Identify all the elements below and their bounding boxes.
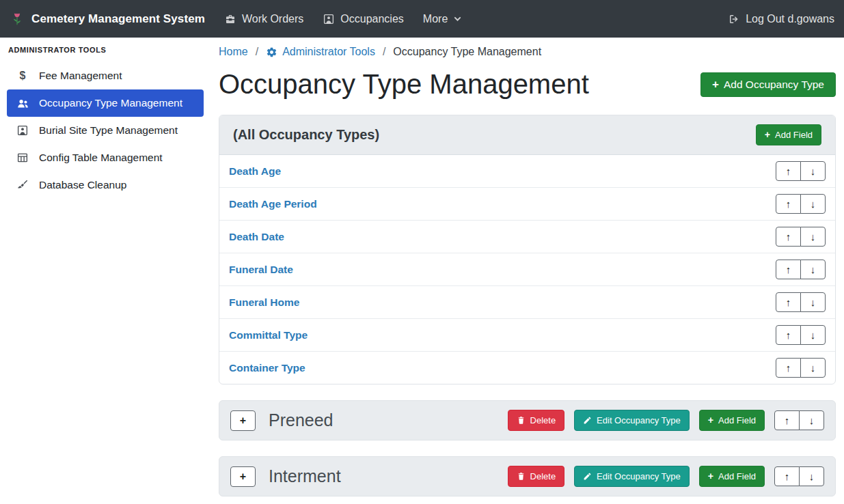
add-field-label: Add Field (718, 471, 756, 481)
add-field-button[interactable]: + Add Field (699, 466, 765, 487)
users-icon (15, 97, 30, 110)
field-row: Funeral Date ↑ ↓ (219, 253, 835, 286)
field-link-funeral-home[interactable]: Funeral Home (229, 296, 299, 309)
move-up-button[interactable]: ↑ (776, 194, 801, 214)
plus-icon: + (765, 130, 770, 139)
delete-occupancy-type-button[interactable]: Delete (508, 410, 565, 431)
all-occupancy-types-header: (All Occupancy Types) + Add Field (219, 115, 835, 155)
sidebar-item-config-table-management[interactable]: Config Table Management (7, 144, 204, 171)
add-field-button[interactable]: + Add Field (756, 124, 821, 145)
sidebar-item-label: Fee Management (39, 70, 122, 82)
expand-section-button[interactable]: + (230, 466, 256, 487)
move-down-button[interactable]: ↓ (800, 358, 826, 378)
reorder-button-group: ↑ ↓ (776, 161, 826, 181)
edit-occupancy-type-button[interactable]: Edit Occupancy Type (574, 466, 690, 487)
move-down-button[interactable]: ↓ (800, 292, 826, 312)
reorder-button-group: ↑ ↓ (776, 260, 826, 279)
chevron-down-icon (453, 14, 462, 23)
delete-label: Delete (530, 471, 556, 481)
plus-icon: + (708, 415, 713, 425)
field-link-container-type[interactable]: Container Type (229, 362, 305, 374)
sidebar-item-fee-management[interactable]: $ Fee Management (7, 62, 204, 89)
card-title: (All Occupancy Types) (233, 127, 379, 143)
sidebar-item-label: Occupancy Type Management (39, 97, 182, 109)
pencil-icon (583, 472, 592, 481)
breadcrumb-home-link[interactable]: Home (219, 46, 248, 58)
field-link-funeral-date[interactable]: Funeral Date (229, 264, 293, 276)
breadcrumb-current: Occupancy Type Management (393, 46, 541, 58)
edit-occupancy-type-button[interactable]: Edit Occupancy Type (574, 410, 690, 431)
reorder-button-group: ↑ ↓ (774, 410, 824, 430)
move-up-button[interactable]: ↑ (776, 325, 801, 345)
expand-section-button[interactable]: + (230, 410, 256, 431)
occupancy-type-section-interment: + Interment Delete (219, 456, 836, 496)
person-booth-icon (323, 13, 335, 25)
move-up-button[interactable]: ↑ (774, 466, 800, 486)
move-up-button[interactable]: ↑ (776, 292, 801, 312)
add-field-label: Add Field (718, 415, 756, 425)
add-occupancy-type-button[interactable]: + Add Occupancy Type (700, 72, 836, 97)
move-up-button[interactable]: ↑ (774, 410, 800, 430)
breadcrumb-separator: / (256, 46, 258, 58)
section-actions: Delete Edit Occupancy Type + Add Field ↑ (508, 466, 824, 487)
move-up-button[interactable]: ↑ (776, 358, 801, 378)
logout-label: Log Out d.gowans (746, 13, 834, 25)
plus-icon: + (712, 79, 719, 90)
move-up-button[interactable]: ↑ (776, 161, 801, 181)
reorder-button-group: ↑ ↓ (776, 227, 826, 247)
sidebar: ADMINISTRATOR TOOLS $ Fee Management Occ… (0, 38, 210, 504)
move-up-button[interactable]: ↑ (776, 260, 801, 279)
field-row: Death Age ↑ ↓ (219, 155, 835, 188)
nav-label: Occupancies (340, 13, 404, 25)
sidebar-item-label: Config Table Management (39, 152, 163, 164)
table-icon (15, 152, 30, 164)
sidebar-item-label: Database Cleanup (39, 179, 126, 191)
nav-label: Work Orders (242, 13, 303, 25)
field-row: Funeral Home ↑ ↓ (219, 286, 835, 319)
delete-occupancy-type-button[interactable]: Delete (508, 466, 565, 487)
move-down-button[interactable]: ↓ (800, 325, 826, 345)
app-brand[interactable]: Cemetery Management System (10, 12, 205, 27)
field-link-death-age-period[interactable]: Death Age Period (229, 198, 317, 210)
tulip-logo-icon (10, 12, 25, 27)
add-field-button[interactable]: + Add Field (699, 410, 765, 431)
field-row: Container Type ↑ ↓ (219, 352, 835, 384)
add-field-label: Add Field (775, 130, 813, 140)
field-row: Death Age Period ↑ ↓ (219, 188, 835, 221)
move-down-button[interactable]: ↓ (800, 161, 826, 181)
broom-icon (15, 179, 30, 191)
toolbox-icon (224, 13, 236, 25)
reorder-button-group: ↑ ↓ (774, 466, 824, 486)
sidebar-item-database-cleanup[interactable]: Database Cleanup (7, 171, 204, 199)
field-link-committal-type[interactable]: Committal Type (229, 329, 308, 341)
move-down-button[interactable]: ↓ (800, 260, 826, 279)
navbar-links: Work Orders Occupancies More (224, 13, 462, 25)
nav-occupancies[interactable]: Occupancies (323, 13, 404, 25)
nav-more[interactable]: More (423, 13, 462, 25)
main-content: Home / Administrator Tools / Occupancy T… (210, 38, 844, 504)
breadcrumb-admin-label: Administrator Tools (282, 46, 375, 58)
field-link-death-age[interactable]: Death Age (229, 165, 281, 178)
reorder-button-group: ↑ ↓ (776, 358, 826, 378)
move-down-button[interactable]: ↓ (800, 227, 826, 247)
section-actions: Delete Edit Occupancy Type + Add Field ↑ (508, 410, 824, 431)
move-down-button[interactable]: ↓ (799, 410, 824, 430)
sidebar-item-occupancy-type-management[interactable]: Occupancy Type Management (7, 89, 204, 117)
breadcrumb-admin-tools-link[interactable]: Administrator Tools (266, 46, 375, 58)
field-link-death-date[interactable]: Death Date (229, 231, 284, 243)
sidebar-item-burial-site-type-management[interactable]: Burial Site Type Management (7, 117, 204, 144)
trash-icon (517, 472, 526, 481)
field-row: Committal Type ↑ ↓ (219, 319, 835, 352)
field-row: Death Date ↑ ↓ (219, 221, 835, 253)
logout-button[interactable]: Log Out d.gowans (728, 13, 834, 25)
section-title: Preneed (269, 410, 333, 430)
trash-icon (517, 416, 526, 425)
gear-icon (266, 46, 277, 58)
breadcrumb: Home / Administrator Tools / Occupancy T… (219, 46, 836, 58)
edit-label: Edit Occupancy Type (597, 415, 681, 425)
nav-work-orders[interactable]: Work Orders (224, 13, 303, 25)
move-down-button[interactable]: ↓ (800, 194, 826, 214)
move-up-button[interactable]: ↑ (776, 227, 801, 247)
dollar-icon: $ (15, 70, 30, 82)
move-down-button[interactable]: ↓ (799, 466, 824, 486)
